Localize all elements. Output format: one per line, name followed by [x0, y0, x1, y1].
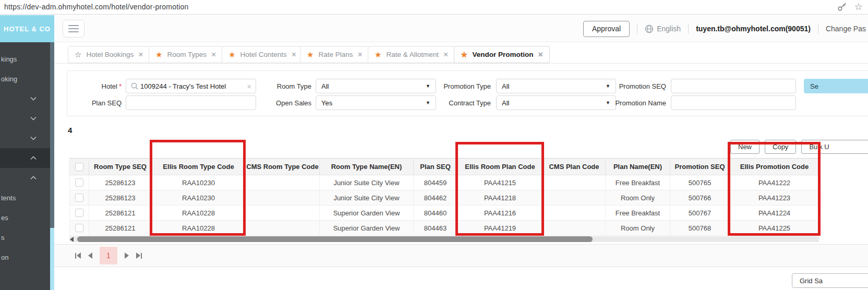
row-checkbox[interactable]: [75, 178, 83, 187]
grid-save-button[interactable]: Grid Sa: [792, 273, 868, 288]
sidebar-item[interactable]: es: [0, 208, 50, 227]
copy-button[interactable]: Copy: [765, 140, 796, 154]
open-sales-select[interactable]: Yes▼: [316, 95, 436, 110]
result-count: 4: [68, 126, 72, 135]
chevron-up-icon: [30, 156, 37, 160]
close-icon[interactable]: ×: [211, 51, 216, 59]
star-filled-icon[interactable]: ★: [375, 51, 381, 58]
sidebar-item[interactable]: on: [0, 247, 50, 267]
hotel-search-field[interactable]: ×: [126, 79, 256, 93]
tab-rate-plans[interactable]: ★ Rate Plans ×: [300, 46, 369, 63]
close-icon[interactable]: ×: [538, 51, 542, 59]
sidebar-scrollbar-thumb[interactable]: [50, 42, 54, 228]
select-all-checkbox[interactable]: [75, 163, 83, 171]
grid-header-row: Room Type SEQ Ellis Room Type Code CMS R…: [70, 159, 819, 175]
main-content: ☆ Hotel Bookings × ★ Room Types × ★ Hote…: [54, 42, 868, 290]
column-header[interactable]: Room Type SEQ: [89, 159, 152, 175]
search-filter-panel: Hotel* × Room Type All▼ Promotion Type A…: [67, 70, 868, 116]
column-header[interactable]: Ellis Promotion Code: [730, 159, 819, 175]
room-type-select[interactable]: All▼: [316, 79, 436, 93]
scrollbar-thumb[interactable]: [77, 236, 593, 242]
current-page-indicator[interactable]: 1: [100, 247, 117, 264]
menu-toggle-button[interactable]: [63, 20, 85, 38]
browser-address-bar[interactable]: https://dev-adm.ohmyhotel.com/hotel/vend…: [0, 0, 868, 15]
hotel-search-input[interactable]: [138, 79, 256, 93]
star-filled-icon[interactable]: ★: [155, 51, 162, 58]
grid-horizontal-scrollbar[interactable]: [69, 236, 819, 242]
row-checkbox[interactable]: [75, 224, 83, 232]
plan-seq-input[interactable]: [126, 96, 256, 110]
language-selector[interactable]: English: [645, 25, 681, 33]
column-header[interactable]: CMS Room Type Code: [246, 159, 320, 175]
divider: [688, 24, 689, 33]
column-header[interactable]: Ellis Room Plan Code: [457, 159, 543, 175]
scroll-left-icon[interactable]: [70, 237, 74, 242]
sidebar-item[interactable]: s: [0, 227, 50, 247]
promotion-name-input[interactable]: [671, 96, 795, 110]
promotion-name-label: Promotion Name: [620, 95, 666, 110]
sidebar-scrollbar[interactable]: [50, 42, 54, 290]
close-icon[interactable]: ×: [138, 51, 143, 59]
caret-down-icon: ▼: [606, 100, 610, 105]
row-checkbox[interactable]: [75, 194, 83, 202]
bookmark-star-icon[interactable]: ☆: [854, 2, 863, 11]
tab-rate-allotment[interactable]: ★ Rate & Allotment ×: [368, 46, 455, 63]
column-header[interactable]: Room Type Name(EN): [320, 159, 414, 175]
language-label: English: [657, 25, 681, 33]
column-header[interactable]: Plan Name(EN): [606, 159, 670, 175]
star-filled-icon[interactable]: ★: [461, 51, 467, 58]
tab-vendor-promotion[interactable]: ★ Vendor Promotion ×: [454, 46, 550, 63]
sidebar-item[interactable]: tents: [0, 188, 50, 208]
tab-room-types[interactable]: ★ Room Types ×: [149, 46, 223, 63]
sidebar-item[interactable]: oking: [0, 69, 50, 89]
bulk-upload-button[interactable]: Bulk U: [801, 140, 868, 154]
column-header[interactable]: CMS Plan Code: [543, 159, 606, 175]
column-header[interactable]: Promotion SEQ: [670, 159, 730, 175]
promotion-name-field[interactable]: [671, 95, 796, 110]
table-row[interactable]: 25286121 RAA10228 Superior Garden View 8…: [70, 221, 819, 236]
approval-button[interactable]: Approval: [583, 21, 630, 37]
chevron-up-icon: [30, 176, 37, 180]
last-page-button[interactable]: [136, 252, 142, 259]
clear-icon[interactable]: ×: [247, 82, 251, 91]
divider: [637, 24, 637, 33]
column-header[interactable]: Plan SEQ: [414, 159, 457, 175]
close-icon[interactable]: ×: [292, 51, 296, 59]
sidebar-item[interactable]: [0, 168, 50, 188]
sidebar-item-active[interactable]: [0, 148, 50, 168]
sidebar-item[interactable]: [0, 108, 50, 128]
promotion-seq-field[interactable]: [671, 79, 796, 93]
sidebar-item[interactable]: kings: [0, 49, 50, 69]
star-filled-icon[interactable]: ★: [228, 51, 235, 58]
star-filled-icon[interactable]: ★: [307, 51, 314, 58]
new-button[interactable]: New: [730, 140, 760, 154]
table-row[interactable]: 25286121 RAA10228 Superior Garden View 8…: [70, 206, 819, 221]
search-button[interactable]: Se: [804, 79, 868, 93]
plan-seq-field[interactable]: [126, 95, 256, 110]
promotion-type-select[interactable]: All▼: [496, 79, 616, 93]
next-page-button[interactable]: [125, 252, 129, 259]
table-row[interactable]: 25286123 RAA10230 Junior Suite City View…: [70, 175, 819, 190]
tab-hotel-bookings[interactable]: ☆ Hotel Bookings ×: [68, 46, 150, 63]
promotion-seq-label: Promotion SEQ: [620, 79, 666, 93]
globe-icon: [645, 25, 654, 33]
sidebar-item[interactable]: [0, 128, 50, 148]
row-checkbox[interactable]: [75, 209, 83, 217]
promotion-seq-input[interactable]: [671, 79, 795, 93]
close-icon[interactable]: ×: [358, 51, 363, 59]
change-password-link[interactable]: Change Pas: [826, 25, 866, 33]
url-text[interactable]: https://dev-adm.ohmyhotel.com/hotel/vend…: [4, 3, 189, 11]
tab-hotel-contents[interactable]: ★ Hotel Contents ×: [222, 46, 303, 63]
contract-type-select[interactable]: All▼: [496, 95, 616, 110]
open-sales-label: Open Sales: [266, 95, 311, 110]
star-outline-icon[interactable]: ☆: [75, 51, 81, 58]
first-page-button[interactable]: [75, 252, 81, 259]
column-header[interactable]: Ellis Room Type Code: [152, 159, 246, 175]
close-icon[interactable]: ×: [443, 51, 448, 59]
key-icon[interactable]: [837, 2, 847, 11]
previous-page-button[interactable]: [88, 252, 92, 259]
sidebar-item[interactable]: [0, 89, 50, 108]
divider: [818, 24, 818, 33]
chevron-down-icon: [30, 96, 37, 101]
table-row[interactable]: 25286123 RAA10230 Junior Suite City View…: [70, 190, 819, 206]
